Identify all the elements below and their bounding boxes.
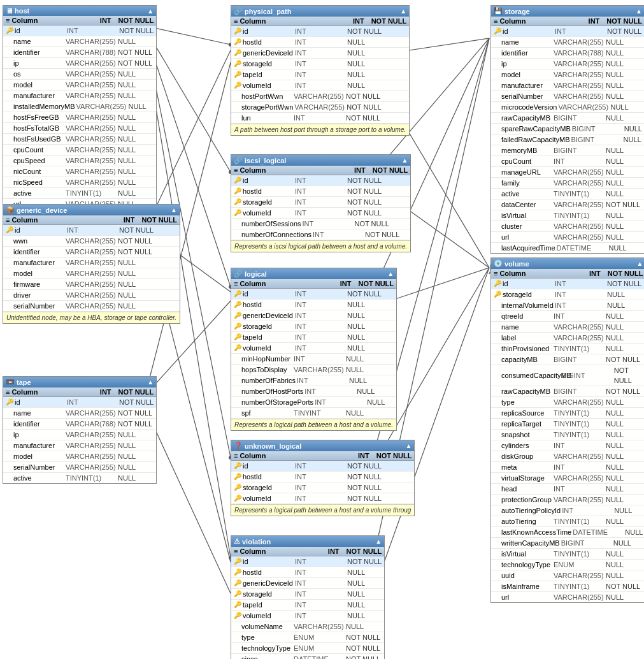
table-row: familyVARCHAR(255)NULL [491,178,644,189]
svg-line-17 [145,408,231,593]
table-row: 🔑idINTNOT NULL [231,556,384,567]
table-row: manufacturerVARCHAR(255)NULL [3,440,156,451]
table-row: technologyTypeENUMNOT NULL [231,643,384,654]
generic-device-table-header[interactable]: 📦 generic_device ▲ [3,205,180,215]
table-row: 🔑idINTNOT NULL [231,175,410,186]
table-row: activeTINYINT(1)NULL [3,473,156,483]
violation-table-name: violation [242,538,271,546]
table-row: 🔑storageIdINTNULL [231,321,396,332]
table-row: labelVARCHAR(255)NULL [491,333,644,344]
volume-table-header[interactable]: 💿 volume ▲ [491,258,644,269]
host-table-header[interactable]: 🖥 host ▲ [3,6,156,16]
table-row: lunINTNOT NULL [231,113,409,124]
table-row: ipVARCHAR(255)NULL [3,430,156,440]
table-row: manufacturerVARCHAR(255)NULL [491,80,644,91]
table-row: 🔑storageIdINTNOT NULL [231,197,410,208]
table-row: serialNumberVARCHAR(255)NULL [3,462,156,473]
unknown-logical-table-header[interactable]: ❓ unknown_logical ▲ [231,440,414,451]
table-row: nicSpeedVARCHAR(255)NULL [3,177,156,188]
table-row: lastKnownAccessTimeDATETIMENULL [491,527,644,538]
table-row: snapshotTINYINT(1)NULL [491,430,644,440]
table-row: uuidVARCHAR(255)NULL [491,570,644,581]
physical-path-table-header[interactable]: 🔗 physical_path ▲ [231,6,409,17]
table-row: virtualStorageVARCHAR(255)NULL [491,473,644,484]
table-row: modelVARCHAR(255)NULL [3,80,156,91]
table-row: autoTieringTINYINT(1)NULL [491,516,644,527]
table-row: 🔑idINTNOT NULL [231,461,414,472]
table-row: 🔑hostIdINTNOT NULL [231,186,410,197]
table-row: isVirtualTINYINT(1)NULL [491,210,644,221]
volume-table-name: volume [504,260,529,268]
table-row: 🔑tapeIdINTNULL [231,69,409,80]
table-row: 🔑idINTNOT NULL [231,26,409,37]
table-row: numberOfConnectionsINTNOT NULL [231,229,410,240]
host-table-icon: 🖥 [6,7,13,15]
violation-table: ⚠ violation ▲ ≡ Column INT NOT NULL 🔑idI… [231,535,385,659]
logical-table: 🔗 logical ▲ ≡ Column INT NOT NULL 🔑idINT… [231,268,397,431]
table-row: 🔑storageIdINTNULL [231,589,384,600]
table-row: installedMemoryMBVARCHAR(255)NULL [3,101,156,112]
table-row: failedRawCapacityMBBIGINTNULL [491,134,644,145]
logical-note: Represents a logical path between a host… [231,419,396,430]
logical-table-header[interactable]: 🔗 logical ▲ [231,268,396,279]
host-expand-btn[interactable]: ▲ [147,8,154,15]
table-row: urlVARCHAR(255)NULL [491,232,644,243]
table-row: manageURLVARCHAR(255)NULL [491,167,644,178]
table-row: 🔑tapeIdINTNULL [231,332,396,343]
table-row: cpuCountVARCHAR(255)NULL [3,145,156,156]
table-row: qtreeIdINTNULL [491,311,644,322]
volume-table: 💿 volume ▲ ≡ Column INT NOT NULL 🔑idINTN… [490,257,644,603]
table-row: writtenCapacityMBBIGINTNULL [491,538,644,549]
storage-table-header[interactable]: 💾 storage ▲ [491,6,644,17]
table-row: 🔑volumeIdINTNOT NULL [231,208,410,219]
table-row: numberOfFabricsINTNULL [231,375,396,386]
table-row: consumedCapacityMBBIGINTNOT NULL [491,365,644,386]
host-column-header: ≡ Column INT NOT NULL [3,16,156,25]
iscsi-logical-table-header[interactable]: 🔗 iscsi_logical ▲ [231,155,410,166]
table-row: 🔑idINTNOT NULL [3,397,156,408]
table-row: numberOfSessionsINTNOT NULL [231,219,410,229]
svg-line-12 [145,50,231,229]
table-row: typeENUMNOT NULL [231,632,384,643]
tape-table-header[interactable]: 📼 tape ▲ [3,377,156,387]
table-row: spareRawCapacityMBBIGINTNULL [491,124,644,134]
table-row: numberOfStoragePortsINTNULL [231,397,396,408]
table-row: serialNumberVARCHAR(255)NULL [491,91,644,102]
table-row: 🔑idINTNOT NULL [231,289,396,300]
table-row: spfTINYINTNULL [231,408,396,419]
pk-icon: 🔑 [6,25,13,36]
table-row: protectionGroupVARCHAR(255)NULL [491,495,644,505]
table-row: 🔑volumeIdINTNULL [231,343,396,354]
table-row: technologyTypeENUMNULL [491,560,644,570]
table-row: typeVARCHAR(255)NULL [491,397,644,408]
table-row: rawCapacityMBBIGINTNULL [491,113,644,124]
table-row: storagePortWwnVARCHAR(255)NOT NULL [231,102,409,113]
table-row: ipVARCHAR(255)NOT NULL [3,58,156,69]
table-row: 🔑genericDeviceIdINTNULL [231,310,396,321]
table-row: 🔑volumeIdINTNOT NULL [231,493,414,504]
table-row: urlVARCHAR(255)NULL [491,592,644,602]
table-row: diskGroupVARCHAR(255)NULL [491,451,644,462]
storage-table: 💾 storage ▲ ≡ Column INT NOT NULL 🔑idINT… [490,5,644,254]
iscsi-logical-table-name: iscsi_logical [245,157,286,164]
table-row: identifierVARCHAR(788)NULL [491,48,644,59]
table-row: identifierVARCHAR(768)NOT NULL [3,419,156,430]
table-row: 🔑volumeIdINTNULL [231,611,384,621]
table-row: isMainframeTINYINT(1)NOT NULL [491,581,644,592]
table-row: manufacturerVARCHAR(255)NULL [3,91,156,101]
table-row: wwnVARCHAR(255)NOT NULL [3,236,180,247]
table-row: activeTINYINT(1)NULL [491,189,644,199]
table-row: headINTNULL [491,484,644,495]
violation-table-header[interactable]: ⚠ violation ▲ [231,536,384,547]
table-row: hostPortWwnVARCHAR(255)NOT NULL [231,91,409,102]
diagram-canvas: 🖥 host ▲ ≡ Column INT NOT NULL 🔑 id INT … [0,0,644,659]
table-row: clusterVARCHAR(255)NULL [491,221,644,232]
table-row: 🔑storageIdINTNOT NULL [231,482,414,493]
table-row: 🔑tapeIdINTNULL [231,600,384,611]
table-row: 🔑volumeIdINTNULL [231,80,409,91]
table-row: 🔑idINTNOT NULL [491,26,644,37]
table-row: nameVARCHAR(255)NULL [491,322,644,333]
physical-path-note: A path between host port through a stora… [231,124,409,135]
table-row: numberOfHostPortsINTNULL [231,386,396,397]
table-row: nameVARCHAR(255)NULL [491,37,644,48]
